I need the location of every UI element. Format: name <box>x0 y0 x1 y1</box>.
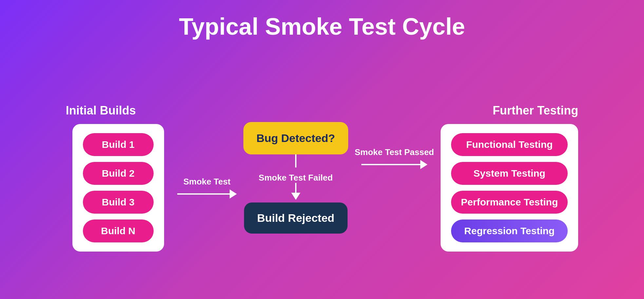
smoke-test-passed-arrow-section: Smoke Test Passed <box>348 147 441 169</box>
right-section: Further Testing Functional Testing Syste… <box>441 104 578 252</box>
bug-detected-box: Bug Detected? <box>243 122 348 154</box>
smoke-test-arrow-line <box>177 189 237 199</box>
left-section: Initial Builds Build 1 Build 2 Build 3 B… <box>66 104 171 252</box>
smoke-test-failed-label: Smoke Test Failed <box>259 173 333 183</box>
center-section: Bug Detected? Smoke Test Failed Build Re… <box>243 122 348 234</box>
smoke-test-passed-arrowhead <box>420 160 427 169</box>
v-line-2 <box>295 183 296 193</box>
initial-builds-title: Initial Builds <box>66 104 136 117</box>
build-item-2: Build 2 <box>83 162 154 185</box>
build-rejected-box: Build Rejected <box>244 202 348 234</box>
smoke-test-passed-hline <box>361 164 420 165</box>
build-rejected-text: Build Rejected <box>257 212 334 224</box>
smoke-test-passed-label: Smoke Test Passed <box>355 147 434 157</box>
smoke-test-arrow-section: Smoke Test <box>171 177 243 199</box>
main-title: Typical Smoke Test Cycle <box>179 13 465 40</box>
further-item-system: System Testing <box>451 162 568 185</box>
smoke-test-passed-arrow-line <box>361 160 427 169</box>
smoke-test-hline <box>177 193 230 195</box>
further-testing-title: Further Testing <box>493 104 578 117</box>
builds-box: Build 1 Build 2 Build 3 Build N <box>72 124 164 252</box>
diagram-area: Initial Builds Build 1 Build 2 Build 3 B… <box>0 56 644 299</box>
further-box: Functional Testing System Testing Perfor… <box>441 124 578 252</box>
build-item-1: Build 1 <box>83 133 154 156</box>
build-item-3: Build 3 <box>83 191 154 214</box>
smoke-test-arrowhead <box>230 189 237 199</box>
further-item-functional: Functional Testing <box>451 133 568 156</box>
down-arrowhead <box>291 193 300 200</box>
v-arrow-container: Smoke Test Failed <box>259 154 333 200</box>
bug-detected-text: Bug Detected? <box>256 132 335 145</box>
further-item-regression: Regression Testing <box>451 220 568 242</box>
build-item-n: Build N <box>83 220 154 242</box>
v-line <box>295 154 296 167</box>
further-item-performance: Performance Testing <box>451 191 568 214</box>
smoke-test-label: Smoke Test <box>183 177 231 187</box>
